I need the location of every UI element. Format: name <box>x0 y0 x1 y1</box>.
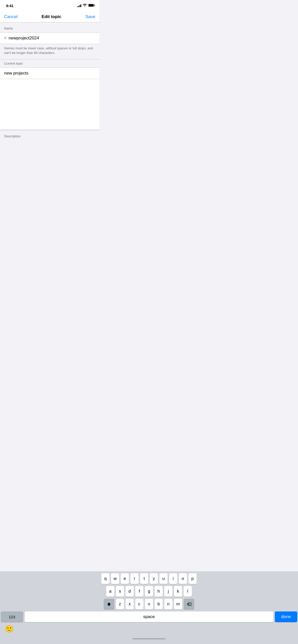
nav-bar: Cancel Edit topic Save <box>0 11 99 22</box>
status-icons <box>77 3 95 8</box>
name-input[interactable] <box>8 36 95 41</box>
cancel-button[interactable]: Cancel <box>4 14 18 19</box>
form-content: Name # Names must be lower case, without… <box>0 22 99 140</box>
page-title: Edit topic <box>42 14 61 19</box>
battery-icon <box>88 3 95 8</box>
description-label: Description <box>0 130 99 140</box>
status-bar: 9:41 <box>0 0 99 11</box>
helper-text: Names must be lower case, without spaces… <box>0 44 99 59</box>
signal-icon <box>77 4 82 7</box>
status-time: 9:41 <box>6 4 13 8</box>
empty-area <box>0 79 99 130</box>
topic-input-container <box>0 67 99 79</box>
hash-icon: # <box>4 36 6 41</box>
save-button[interactable]: Save <box>85 14 95 19</box>
wifi-icon <box>83 3 87 8</box>
svg-rect-2 <box>89 4 93 6</box>
name-label: Name <box>0 22 99 32</box>
topic-input[interactable] <box>4 71 95 76</box>
current-topic-label: Current topic <box>0 59 99 67</box>
svg-rect-1 <box>94 5 95 6</box>
name-input-row: # <box>0 32 99 44</box>
